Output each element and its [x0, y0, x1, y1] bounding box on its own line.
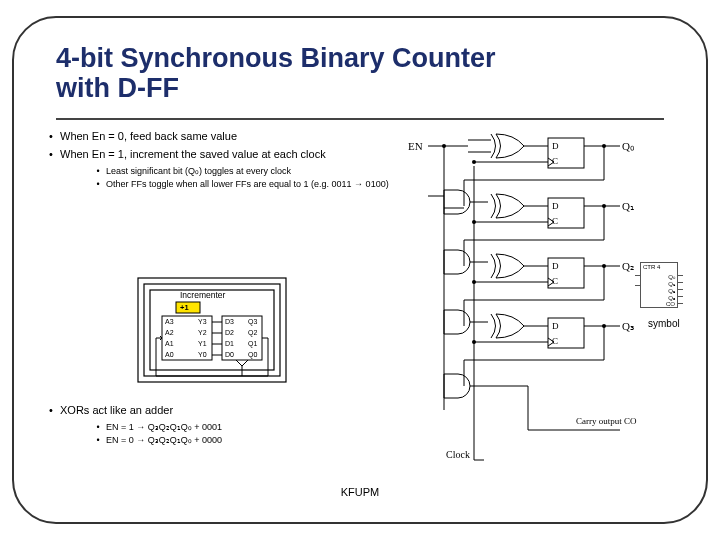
bullet-xor: • XORs act like an adder [42, 404, 402, 416]
sub-bullets-2: • EN = 1 → Q₃Q₂Q₁Q₀ + 0001 • EN = 0 → Q₃… [90, 422, 402, 445]
sub-bullets-1: • Least significant bit (Q₀) toggles at … [90, 166, 402, 189]
circuit-q0-label: Q₀ [622, 140, 635, 152]
bullet-text: EN = 0 → Q₃Q₂Q₁Q₀ + 0000 [106, 435, 402, 445]
incr-Y1: Y1 [198, 340, 207, 347]
bullet-text: Other FFs toggle when all lower FFs are … [106, 179, 402, 189]
footer-text: KFUPM [0, 486, 720, 498]
incr-Q3: Q3 [248, 318, 257, 326]
incr-D2: D2 [225, 329, 234, 336]
pin [635, 285, 641, 286]
counter-circuit: D C EN Clock Q₀ [408, 130, 638, 470]
incr-Q2: Q2 [248, 329, 257, 337]
symbol-q2: Q₂ [668, 287, 675, 294]
bullet-dot: • [90, 166, 106, 176]
incr-D0: D0 [225, 351, 234, 358]
bullet-dot: • [90, 422, 106, 432]
bullet-text: XORs act like an adder [60, 404, 402, 416]
circuit-q1-label: Q₁ [622, 200, 634, 212]
bullet-text: EN = 1 → Q₃Q₂Q₁Q₀ + 0001 [106, 422, 402, 432]
incr-D1: D1 [225, 340, 234, 347]
counter-symbol-box: CTR 4 Q₀ Q₁ Q₂ Q₃ CO [640, 262, 678, 308]
page-title: 4-bit Synchronous Binary Counter with D-… [56, 44, 556, 103]
bullet-text: Least significant bit (Q₀) toggles at ev… [106, 166, 402, 176]
bullet-dot: • [42, 148, 60, 160]
bullet-dot: • [90, 435, 106, 445]
incrementer-diagram: Incrementer +1 A3 Y3 D3 Q3 A2 Y2 D2 Q2 [132, 276, 292, 388]
circuit-en-label: EN [408, 140, 423, 152]
circuit-q2-label: Q₂ [622, 260, 634, 272]
incr-Q1: Q1 [248, 340, 257, 348]
pin [677, 282, 683, 283]
pin [677, 303, 683, 304]
incr-plus1: +1 [180, 303, 189, 312]
bullet-en1-add: • EN = 1 → Q₃Q₂Q₁Q₀ + 0001 [90, 422, 402, 432]
content-block-1: • When En = 0, feed back same value • Wh… [42, 130, 402, 192]
incr-A1: A1 [165, 340, 174, 347]
bullet-otherff: • Other FFs toggle when all lower FFs ar… [90, 179, 402, 189]
pin [677, 275, 683, 276]
incr-D3: D3 [225, 318, 234, 325]
svg-point-37 [602, 204, 606, 208]
symbol-q3: Q₃ [668, 294, 675, 301]
symbol-q1: Q₁ [668, 280, 675, 287]
bullet-dot: • [42, 404, 60, 416]
incr-A2: A2 [165, 329, 174, 336]
svg-point-35 [472, 220, 476, 224]
incr-Q0: Q0 [248, 351, 257, 359]
symbol-q0: Q₀ [668, 273, 675, 280]
symbol-caption: symbol [648, 318, 680, 329]
bullet-lsb: • Least significant bit (Q₀) toggles at … [90, 166, 402, 176]
svg-point-46 [602, 264, 606, 268]
bullet-text: When En = 0, feed back same value [60, 130, 402, 142]
symbol-co: CO [666, 301, 675, 307]
circuit-q3-label: Q₃ [622, 320, 634, 332]
bullet-text: When En = 1, increment the saved value a… [60, 148, 402, 160]
bullet-en0: • When En = 0, feed back same value [42, 130, 402, 142]
pin [677, 289, 683, 290]
svg-point-53 [472, 340, 476, 344]
incr-A0: A0 [165, 351, 174, 358]
incr-title: Incrementer [180, 290, 226, 300]
svg-point-44 [472, 280, 476, 284]
incr-Y0: Y0 [198, 351, 207, 358]
symbol-ctr4: CTR 4 [643, 264, 660, 270]
svg-point-55 [602, 324, 606, 328]
bullet-en0-add: • EN = 0 → Q₃Q₂Q₁Q₀ + 0000 [90, 435, 402, 445]
incr-Y2: Y2 [198, 329, 207, 336]
circuit-clock-label: Clock [446, 449, 470, 460]
incr-Y3: Y3 [198, 318, 207, 325]
slide: 4-bit Synchronous Binary Counter with D-… [0, 0, 720, 540]
bullet-dot: • [90, 179, 106, 189]
title-underline [56, 118, 664, 120]
pin [635, 275, 641, 276]
bullet-en1: • When En = 1, increment the saved value… [42, 148, 402, 160]
pin [677, 296, 683, 297]
content-block-2: • XORs act like an adder • EN = 1 → Q₃Q₂… [42, 404, 402, 448]
bullet-dot: • [42, 130, 60, 142]
svg-point-26 [602, 144, 606, 148]
circuit-carry-label: Carry output CO [576, 416, 637, 426]
svg-point-24 [472, 160, 476, 164]
incr-A3: A3 [165, 318, 174, 325]
